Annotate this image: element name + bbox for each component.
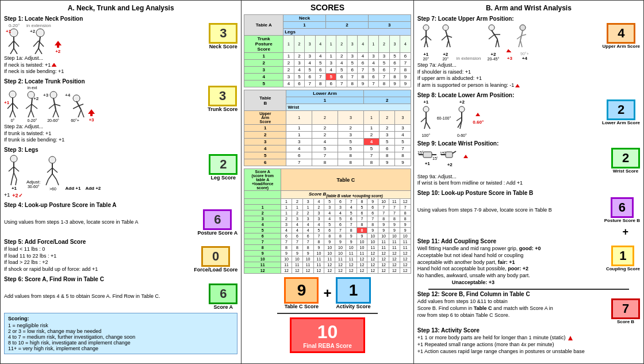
- table-c-wrapper: Score A(score fromtable A+load/forcescor…: [244, 168, 411, 274]
- step3-check: +2✓: [12, 193, 22, 198]
- svg-point-42: [10, 155, 17, 162]
- svg-line-57: [56, 179, 59, 185]
- lower-arm-angle-range: 60-100°: [437, 116, 451, 120]
- wrist-fig-2: 15° +2: [440, 148, 460, 167]
- step7a-label: Step 7a: Adjust...: [417, 62, 600, 69]
- svg-line-48: [11, 179, 12, 185]
- svg-line-66: [442, 36, 447, 40]
- svg-text:+1: +1: [6, 29, 12, 34]
- step10-title: Step 10: Look-up Posture Score in Table …: [417, 190, 640, 196]
- step9-section: Step 9: Locate Wrist Position: 15° 15° +…: [417, 140, 640, 187]
- neck-col-3: [368, 15, 411, 22]
- svg-text:+2: +2: [30, 29, 36, 34]
- table-b-label: TableB: [244, 90, 286, 111]
- svg-point-64: [443, 25, 448, 30]
- step11-text1: Well fitting Handle and mid rang power g…: [417, 246, 604, 252]
- scoring-item-4: 8 to 10 = high risk, investigate and imp…: [8, 340, 233, 346]
- step3-adjust-label: Adjust:: [26, 179, 40, 185]
- step11-text4: Hand hold not acceptable but possible, p…: [417, 266, 604, 273]
- neck-col-2: [326, 15, 369, 22]
- svg-point-7: [36, 29, 44, 37]
- step2a-label: Step 2a: Adjust...: [4, 124, 205, 131]
- step10-text: Using values from steps 7-9 above, locat…: [417, 207, 602, 214]
- step2-section: Step 2: Locate Trunk Position: [4, 78, 237, 144]
- svg-line-44: [9, 167, 14, 171]
- step4-section: Step 4: Look-up Posture Score in Table A…: [4, 202, 237, 236]
- step1a-label: Step 1a: Adjust...: [4, 55, 206, 62]
- step10-section: Step 10: Look-up Posture Score in Table …: [417, 190, 640, 223]
- force-load-score-box: 0 Force/Load Score: [194, 246, 237, 273]
- plus-sign-final: +: [323, 285, 331, 301]
- activity-score-box: 1: [336, 277, 370, 304]
- svg-line-45: [14, 167, 19, 171]
- svg-line-25: [28, 110, 31, 117]
- step13-text2: +1 Repeated small range actions (more th…: [417, 342, 640, 348]
- svg-line-56: [46, 179, 48, 185]
- wrist-fig-1: 15° 15° +1: [417, 148, 438, 166]
- step2a-text: If trunk is twisted: +1: [4, 131, 205, 137]
- svg-line-9: [33, 41, 39, 47]
- table-c-score-label: Table C Score: [284, 304, 319, 309]
- step12-text: Add values from steps 10 &11 to obtain S…: [417, 298, 609, 319]
- coupling-score-box: 1 Coupling Score: [606, 246, 640, 271]
- wrist-check: [462, 154, 470, 162]
- svg-text:+1: +1: [4, 100, 10, 105]
- step2b-text: If trunk is side bending: +1: [4, 137, 205, 144]
- svg-point-58: [423, 25, 429, 30]
- step12-section: Step 12: Score B, Find Column in Table C…: [417, 291, 640, 324]
- svg-rect-96: [446, 152, 453, 158]
- table-b: TableB Lower Arm 1 2 Wrist UpperArmScore…: [244, 90, 411, 166]
- step9a-text: If wrist is bent from midline or twisted…: [417, 180, 640, 187]
- leg-score-box: 2 Leg Score: [209, 154, 237, 181]
- step5-line2: If load 11 to 22 lbs : +1: [4, 253, 191, 260]
- svg-rect-93: [423, 152, 432, 158]
- step12-divider: [428, 289, 629, 290]
- lower-arm-check: 0.60°: [473, 112, 484, 125]
- step8-title: Step 8: Locate Lower Arm Position:: [417, 92, 640, 98]
- step13-title: Step 13: Activity Score: [417, 327, 640, 334]
- svg-point-14: [9, 91, 16, 98]
- neck-col-1: Neck: [283, 15, 326, 22]
- trunk-fig-1: +1 0°: [4, 90, 21, 122]
- svg-line-84: [421, 117, 426, 122]
- svg-line-62: [424, 40, 426, 47]
- table-a-label: Table A: [244, 15, 283, 36]
- upper-arm-fig-4: 90°+ +4: [516, 23, 533, 61]
- activity-score-group: 1 Activity Score: [336, 277, 370, 309]
- svg-point-82: [423, 106, 429, 112]
- table-b-wrapper: TableB Lower Arm 1 2 Wrist UpperArmScore…: [244, 90, 411, 166]
- svg-line-17: [13, 103, 18, 109]
- step4-title: Step 4: Look-up Posture Score in Table A: [4, 202, 237, 208]
- svg-line-75: [497, 39, 499, 47]
- step11-title: Step 11: Add Coupling Score: [417, 238, 640, 244]
- svg-line-40: [81, 110, 84, 117]
- step7a-text1: If shoulder is raised: +1: [417, 69, 600, 76]
- svg-line-53: [52, 168, 57, 173]
- in-extension-label: in extension: [457, 56, 481, 61]
- step5-line1: If load < 11 lbs : 0: [4, 246, 191, 253]
- svg-line-3: [14, 41, 19, 47]
- activity-score-label: Activity Score: [336, 304, 370, 309]
- step9-title: Step 9: Locate Wrist Position:: [417, 140, 640, 147]
- svg-point-35: [73, 95, 80, 102]
- step6-title: Step 6: Score A, Find Row in Table C: [4, 276, 237, 282]
- step1b-text: If neck is side bending: +1: [4, 68, 206, 75]
- step11-text3: acceptable with another body part, fair:…: [417, 259, 604, 266]
- step3-section: Step 3: Legs: [4, 147, 237, 199]
- lower-arm-fig-2: +2 0-60°: [453, 99, 470, 137]
- left-title: A. Neck, Trunk and Leg Analysis: [4, 4, 237, 12]
- neck-fig-2: in extension +2: [26, 23, 51, 54]
- svg-line-24: [32, 104, 37, 109]
- svg-line-32: [53, 110, 56, 117]
- table-c: Score A(score fromtable A+load/forcescor…: [244, 168, 411, 274]
- step12-title: Step 12: Score B, Find Column in Table C: [417, 291, 640, 297]
- left-panel: A. Neck, Trunk and Leg Analysis Step 1: …: [1, 1, 241, 363]
- right-title: B. Arm and Wrist Analysis: [417, 4, 640, 12]
- svg-line-4: [10, 48, 14, 54]
- step5-title: Step 5: Add Force/Load Score: [4, 239, 237, 245]
- svg-line-33: [56, 110, 59, 117]
- posture-score-a-box: 6 Posture Score A: [198, 209, 238, 236]
- equals-divider: [277, 313, 377, 314]
- leg-fig-2: >60: [43, 155, 63, 191]
- step3-title: Step 3: Legs: [4, 147, 237, 153]
